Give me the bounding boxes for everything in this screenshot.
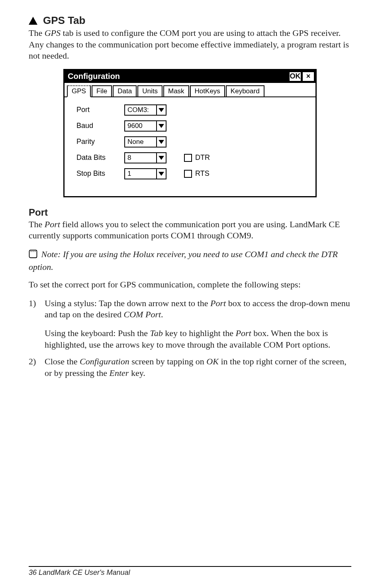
svg-marker-0 xyxy=(29,17,37,25)
checkbox-icon xyxy=(184,154,192,162)
tab-file[interactable]: File xyxy=(92,85,112,96)
tab-body: Port COM3: Baud 9600 xyxy=(65,97,315,196)
svg-point-7 xyxy=(31,251,31,252)
svg-point-9 xyxy=(35,251,35,252)
dialog-title: Configuration xyxy=(65,72,289,81)
list-marker: 2) xyxy=(29,356,40,379)
dtr-label: DTR xyxy=(195,153,210,162)
stop-bits-combo[interactable]: 1 xyxy=(124,168,166,179)
sub-header-port: Port xyxy=(29,207,351,218)
note: Note: If you are using the Holux receive… xyxy=(29,249,351,273)
section-title: GPS Tab xyxy=(43,14,85,27)
stop-bits-value: 1 xyxy=(124,168,156,179)
list-marker: 1) xyxy=(29,298,40,321)
list-item: 1) Using a stylus: Tap the down arrow ne… xyxy=(29,298,351,321)
port-value: COM3: xyxy=(124,104,156,116)
svg-point-8 xyxy=(33,251,33,252)
checkbox-icon xyxy=(184,170,192,178)
chevron-down-icon[interactable] xyxy=(156,104,166,116)
tab-units[interactable]: Units xyxy=(137,85,163,96)
svg-marker-1 xyxy=(159,108,164,112)
port-body: The Port field allows you to select the … xyxy=(29,219,351,242)
baud-combo[interactable]: 9600 xyxy=(124,120,166,132)
chevron-down-icon[interactable] xyxy=(156,120,166,132)
section-header-gps-tab: GPS Tab xyxy=(29,14,351,27)
chevron-down-icon[interactable] xyxy=(156,136,166,147)
dtr-checkbox[interactable]: DTR xyxy=(184,153,210,162)
label-stop-bits: Stop Bits xyxy=(76,169,124,178)
port-combo[interactable]: COM3: xyxy=(124,104,166,116)
label-data-bits: Data Bits xyxy=(76,153,124,162)
tabstrip: GPS File Data Units Mask HotKeys Keyboar… xyxy=(65,83,315,97)
close-button[interactable]: × xyxy=(302,72,314,81)
titlebar: Configuration OK × xyxy=(65,70,315,83)
rts-label: RTS xyxy=(195,169,210,178)
svg-marker-5 xyxy=(159,172,164,176)
configuration-dialog: Configuration OK × GPS File Data Units M… xyxy=(63,69,317,197)
footer-text: 36 LandMark CE User's Manual xyxy=(29,568,351,577)
ok-button[interactable]: OK xyxy=(289,72,301,81)
svg-marker-4 xyxy=(159,156,164,160)
label-parity: Parity xyxy=(76,138,124,146)
label-baud: Baud xyxy=(76,122,124,130)
list-item: 2) Close the Configuration screen by tap… xyxy=(29,356,351,379)
parity-combo[interactable]: None xyxy=(124,136,166,147)
svg-marker-2 xyxy=(159,124,164,128)
list-item-continuation: Using the keyboard: Push the Tab key to … xyxy=(45,328,351,350)
tab-keyboard[interactable]: Keyboard xyxy=(226,85,264,96)
svg-marker-3 xyxy=(159,140,164,144)
note-icon xyxy=(29,250,37,262)
triangle-up-icon xyxy=(29,17,37,25)
tab-hotkeys[interactable]: HotKeys xyxy=(190,85,225,96)
parity-value: None xyxy=(124,136,156,147)
footer-rule xyxy=(29,566,351,567)
rts-checkbox[interactable]: RTS xyxy=(184,169,210,178)
section-intro: The GPS tab is used to configure the COM… xyxy=(29,28,351,62)
tab-data[interactable]: Data xyxy=(113,85,137,96)
data-bits-value: 8 xyxy=(124,152,156,163)
baud-value: 9600 xyxy=(124,120,156,132)
tab-mask[interactable]: Mask xyxy=(163,85,189,96)
port-lead: To set the correct port for GPS communic… xyxy=(29,279,351,291)
tab-gps[interactable]: GPS xyxy=(67,85,91,97)
data-bits-combo[interactable]: 8 xyxy=(124,152,166,163)
chevron-down-icon[interactable] xyxy=(156,168,166,179)
page-footer: 36 LandMark CE User's Manual xyxy=(29,566,351,577)
label-port: Port xyxy=(76,106,124,114)
chevron-down-icon[interactable] xyxy=(156,152,166,163)
